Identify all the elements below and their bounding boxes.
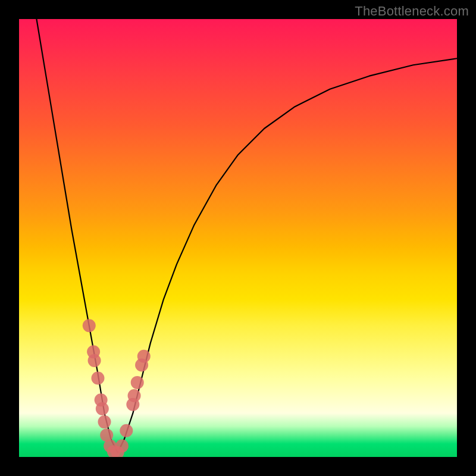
marker-point: [96, 402, 109, 415]
marker-point: [91, 372, 104, 385]
watermark-text: TheBottleneck.com: [355, 4, 469, 19]
curve-layer: [19, 19, 457, 457]
plot-area: [19, 19, 457, 457]
highlighted-points: [83, 319, 151, 457]
marker-point: [98, 415, 111, 428]
marker-point: [88, 354, 101, 367]
marker-point: [137, 350, 151, 363]
marker-point: [83, 319, 96, 332]
marker-point: [131, 376, 144, 389]
bottleneck-curve: [36, 19, 457, 453]
marker-point: [120, 424, 133, 437]
marker-point: [128, 389, 141, 402]
chart-frame: TheBottleneck.com: [0, 0, 476, 476]
marker-point: [115, 440, 129, 453]
